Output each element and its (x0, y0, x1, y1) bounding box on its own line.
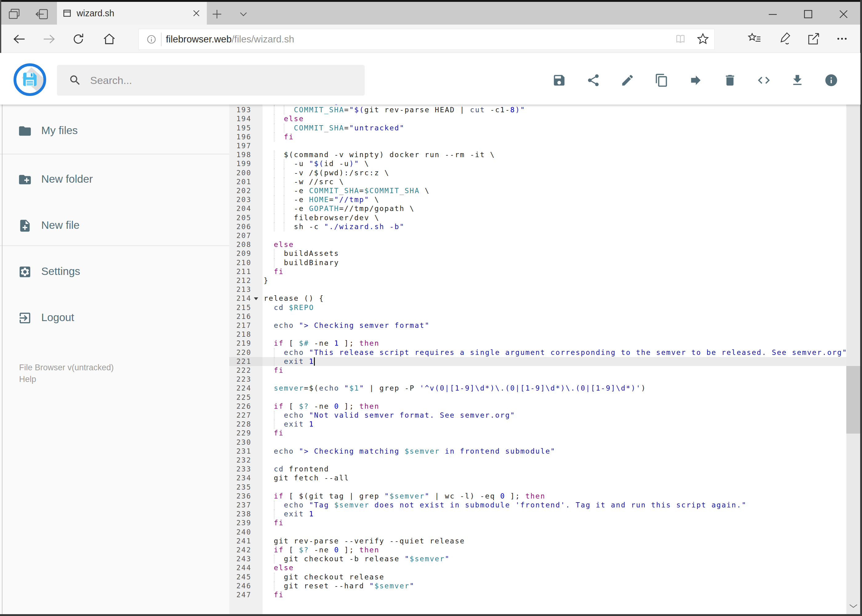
code-line[interactable]: sh -c "./wizard.sh -b" (263, 222, 846, 231)
code-line[interactable] (263, 393, 846, 402)
web-notes-pen-icon[interactable] (777, 31, 792, 46)
code-line[interactable] (263, 312, 846, 321)
line-number: 220 (229, 348, 251, 357)
back-icon[interactable] (12, 32, 27, 46)
fold-toggle-icon[interactable] (254, 297, 258, 300)
help-link[interactable]: Help (19, 375, 36, 384)
code-editor[interactable]: 192 if [ -d ".git" ]; then193 COMMIT_SHA… (229, 103, 846, 614)
home-icon[interactable] (102, 32, 116, 46)
code-line[interactable]: exit 1 (263, 357, 846, 366)
window-close-button[interactable] (837, 9, 851, 20)
code-line[interactable]: if [ $(git tag | grep "$semver" | wc -l)… (263, 492, 846, 501)
scrollbar-thumb[interactable] (846, 366, 860, 434)
code-line[interactable]: else (263, 240, 846, 249)
code-line[interactable] (263, 438, 846, 447)
filebrowser-logo[interactable] (14, 63, 46, 96)
code-line[interactable]: COMMIT_SHA="$(git rev-parse HEAD | cut -… (263, 105, 846, 115)
forward-icon[interactable] (42, 32, 56, 46)
save-button[interactable] (552, 73, 566, 87)
reading-view-icon[interactable] (674, 32, 687, 46)
sidebar-item-settings[interactable]: Settings (0, 258, 229, 286)
favorites-hub-icon[interactable] (747, 31, 762, 46)
move-button[interactable] (689, 73, 703, 87)
code-line[interactable]: if [ $? -ne 0 ]; then (263, 402, 846, 411)
code-line[interactable]: exit 1 (263, 509, 846, 519)
more-options-icon[interactable] (835, 31, 849, 46)
code-line[interactable]: git checkout release (263, 573, 846, 581)
code-line[interactable]: -w //src \ (263, 178, 846, 186)
raw-code-button[interactable] (757, 73, 771, 87)
new-tab-button[interactable] (210, 8, 224, 20)
code-line[interactable] (263, 231, 846, 240)
share-file-button[interactable] (586, 73, 600, 87)
code-line[interactable]: fi (263, 132, 846, 141)
tab-preview-icon[interactable] (7, 8, 22, 20)
favorite-star-icon[interactable] (696, 32, 710, 46)
code-line[interactable]: cd frontend (263, 465, 846, 474)
code-line[interactable]: else (263, 563, 846, 572)
code-line[interactable]: buildAssets (263, 249, 846, 258)
site-info-icon[interactable] (145, 33, 157, 45)
code-line[interactable]: buildBinary (263, 258, 846, 267)
code-line[interactable]: echo "This release script requires a sin… (263, 348, 846, 357)
code-line[interactable]: echo "Not valid semver format. See semve… (263, 411, 846, 420)
tab-close-icon[interactable] (192, 9, 201, 17)
share-icon[interactable] (806, 31, 821, 46)
code-line[interactable]: echo "> Checking matching $semver in fro… (263, 447, 846, 456)
code-line[interactable]: -v /$(pwd):/src:z \ (263, 168, 846, 178)
code-line[interactable]: } (263, 276, 846, 285)
code-line[interactable] (263, 483, 846, 492)
set-tabs-aside-icon[interactable] (35, 8, 49, 20)
browser-tab[interactable]: wizard.sh (57, 2, 207, 25)
search-box[interactable] (57, 65, 365, 96)
code-line[interactable] (263, 330, 846, 339)
copy-button[interactable] (655, 73, 669, 87)
code-line[interactable]: -e HOME="//tmp" \ (263, 195, 846, 204)
minimize-button[interactable] (766, 9, 780, 20)
code-line[interactable] (263, 141, 846, 150)
info-button[interactable] (824, 73, 838, 87)
maximize-button[interactable] (801, 9, 815, 20)
code-line[interactable] (263, 456, 846, 465)
code-line[interactable]: fi (263, 591, 846, 599)
sidebar-item-new-folder[interactable]: New folder (0, 165, 229, 194)
code-line[interactable]: -u "$(id -u)" \ (263, 159, 846, 168)
refresh-icon[interactable] (71, 32, 85, 46)
code-line[interactable]: semver=$(echo "$1" | grep -P '^v(0|[1-9]… (263, 384, 846, 393)
code-line[interactable]: fi (263, 267, 846, 276)
code-line[interactable]: cd $REPO (263, 303, 846, 312)
tab-list-chevron-icon[interactable] (236, 8, 251, 20)
code-line[interactable]: -e COMMIT_SHA=$COMMIT_SHA \ (263, 186, 846, 195)
code-line[interactable]: fi (263, 429, 846, 438)
code-line[interactable] (263, 528, 846, 537)
code-line[interactable]: echo "Tag $semver does not exist in subm… (263, 501, 846, 509)
search-input[interactable] (90, 74, 343, 87)
code-line[interactable]: $(command -v winpty) docker run --rm -it… (263, 150, 846, 159)
rename-button[interactable] (621, 73, 635, 87)
indent-guide (274, 168, 274, 178)
delete-button[interactable] (723, 73, 737, 87)
code-line[interactable]: COMMIT_SHA="untracked" (263, 124, 846, 132)
code-line[interactable]: -e GOPATH=//tmp/gopath \ (263, 204, 846, 213)
code-line[interactable]: echo "> Checking semver format" (263, 321, 846, 330)
code-line[interactable]: filebrowser/dev \ (263, 214, 846, 222)
code-line[interactable]: if [ $? -ne 0 ]; then (263, 545, 846, 555)
code-line[interactable]: else (263, 115, 846, 123)
download-button[interactable] (790, 73, 804, 87)
scrollbar-track[interactable] (846, 53, 860, 614)
sidebar-item-new-file[interactable]: New file (0, 212, 229, 240)
code-line[interactable]: fi (263, 519, 846, 527)
sidebar-item-my-files[interactable]: My files (0, 117, 229, 145)
code-line[interactable] (263, 375, 846, 384)
code-line[interactable]: exit 1 (263, 420, 846, 429)
code-line[interactable]: git reset --hard "$semver" (263, 581, 846, 591)
code-line[interactable]: git checkout -b release "$semver" (263, 555, 846, 563)
code-line[interactable]: if [ $# -ne 1 ]; then (263, 339, 846, 348)
address-bar[interactable]: filebrowser.web/files/wizard.sh (139, 29, 715, 50)
code-line[interactable]: release () { (263, 294, 846, 303)
code-line[interactable] (263, 285, 846, 294)
code-line[interactable]: git rev-parse --verify --quiet release (263, 537, 846, 545)
code-line[interactable]: fi (263, 366, 846, 375)
sidebar-item-logout[interactable]: Logout (0, 304, 229, 332)
code-line[interactable]: git fetch --all (263, 474, 846, 482)
